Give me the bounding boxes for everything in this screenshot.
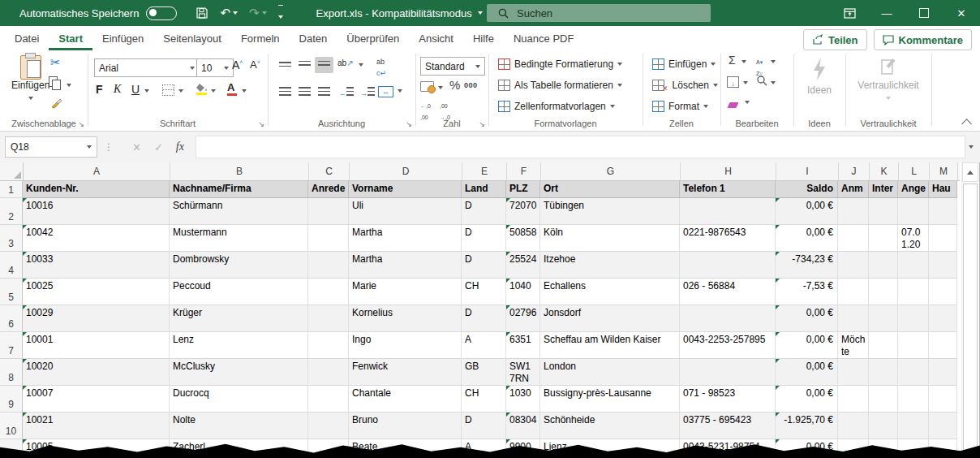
cell-A4[interactable]: 10033 — [23, 252, 170, 279]
cell-F5[interactable]: 1040 — [506, 279, 540, 305]
cell-I7[interactable]: 0,00 € — [776, 332, 838, 359]
scrollbar-thumb[interactable] — [963, 184, 978, 452]
shrink-font-button[interactable]: A˅ — [250, 58, 260, 71]
cell-D1[interactable]: Vorname — [349, 181, 462, 198]
chevron-down-icon[interactable] — [743, 81, 748, 84]
cell-E3[interactable]: D — [462, 225, 506, 252]
cell-B7[interactable]: Lenz — [170, 332, 308, 359]
cell-D4[interactable]: Martha — [349, 252, 462, 279]
cell-D7[interactable]: Ingo — [349, 332, 462, 359]
row-header-5[interactable]: 5 — [0, 279, 23, 305]
clear-button[interactable] — [729, 99, 737, 110]
cell-E7[interactable]: A — [462, 332, 506, 359]
conditional-formatting-button[interactable]: Bedingte Formatierung — [495, 54, 625, 74]
row-header-7[interactable]: 7 — [0, 332, 23, 359]
cell-G4[interactable]: Itzehoe — [540, 252, 680, 279]
cell-L8[interactable] — [898, 359, 929, 386]
cell-E6[interactable]: D — [462, 305, 506, 332]
cell-K8[interactable] — [869, 359, 898, 386]
cell-H4[interactable] — [680, 252, 776, 279]
cell-B2[interactable]: Schürmann — [170, 198, 308, 225]
cell-J9[interactable] — [838, 386, 869, 413]
cell-D10[interactable]: Bruno — [349, 413, 462, 439]
cell-M5[interactable] — [929, 279, 957, 305]
cell-C7[interactable] — [308, 332, 349, 359]
cell-E2[interactable]: D — [462, 198, 506, 225]
dialog-launcher-icon[interactable]: ↘ — [78, 120, 84, 128]
cell-F8[interactable]: SW1 7RN — [506, 359, 540, 386]
cell-C1[interactable]: Anrede — [308, 181, 349, 198]
cell-G2[interactable]: Tübingen — [540, 198, 680, 225]
cell-M8[interactable] — [929, 359, 957, 386]
chevron-down-icon[interactable] — [438, 86, 443, 89]
cut-button[interactable]: ✂ — [50, 55, 61, 70]
cell-F9[interactable]: 1030 — [506, 386, 540, 413]
cell-M3[interactable] — [929, 225, 957, 252]
cell-F1[interactable]: PLZ — [506, 181, 540, 198]
close-button[interactable]: ✕ — [943, 0, 980, 26]
cell-G3[interactable]: Köln — [540, 225, 680, 252]
cell-A10[interactable]: 10021 — [23, 413, 170, 439]
chevron-down-icon[interactable] — [741, 60, 746, 63]
number-format-combo[interactable]: Standard — [420, 57, 485, 76]
font-name-combo[interactable]: Arial — [94, 58, 200, 77]
increase-indent-button[interactable]: → — [357, 84, 378, 101]
cell-J2[interactable] — [838, 198, 869, 225]
cell-J6[interactable] — [838, 305, 869, 332]
minimize-button[interactable]: — — [868, 0, 905, 26]
save-button[interactable] — [191, 2, 213, 24]
cell-B9[interactable]: Ducrocq — [170, 386, 308, 413]
maximize-button[interactable] — [905, 0, 943, 26]
cell-J3[interactable] — [838, 225, 869, 252]
chevron-down-icon[interactable] — [242, 89, 247, 93]
autosave-toggle[interactable] — [146, 6, 177, 20]
cell-A3[interactable]: 10042 — [23, 225, 170, 252]
cell-K1[interactable]: Inter — [869, 181, 898, 198]
cell-A6[interactable]: 10029 — [23, 305, 170, 332]
cell-E8[interactable]: GB — [462, 359, 506, 386]
cell-C5[interactable] — [308, 279, 349, 305]
cell-K9[interactable] — [869, 386, 898, 413]
paste-button[interactable]: Einfügen — [11, 55, 49, 102]
cell-G6[interactable]: Jonsdorf — [540, 305, 680, 332]
cell-H7[interactable]: 0043-2253-257895 — [680, 332, 776, 359]
tab-datei[interactable]: Datei — [5, 26, 49, 50]
cell-I9[interactable]: 0,00 € — [776, 386, 838, 413]
cell-A9[interactable]: 10007 — [23, 386, 170, 413]
cell-J1[interactable]: Anm — [838, 181, 869, 198]
merge-center-button[interactable]: ↔ — [378, 86, 393, 97]
chevron-down-icon[interactable] — [144, 89, 149, 93]
cell-D8[interactable]: Fenwick — [349, 359, 462, 386]
fill-color-button[interactable] — [196, 83, 208, 93]
cell-J4[interactable] — [838, 252, 869, 279]
column-header-K[interactable]: K — [870, 162, 899, 180]
cell-G9[interactable]: Bussigny-près-Lausanne — [540, 386, 680, 413]
insert-cells-button[interactable]: Einfügen — [649, 54, 719, 74]
share-button[interactable]: Teilen — [803, 29, 867, 50]
column-header-C[interactable]: C — [309, 162, 350, 180]
column-header-I[interactable]: I — [776, 162, 839, 180]
cell-F10[interactable]: 08304 — [506, 413, 540, 439]
column-header-G[interactable]: G — [541, 162, 681, 180]
cell-K4[interactable] — [869, 252, 898, 279]
cell-K3[interactable] — [869, 225, 898, 252]
cell-M10[interactable] — [929, 413, 957, 439]
enter-icon[interactable]: ✓ — [154, 141, 163, 153]
tab-formeln[interactable]: Formeln — [231, 26, 290, 50]
cell-D9[interactable]: Chantale — [349, 386, 462, 413]
cell-H2[interactable] — [680, 198, 776, 225]
decrease-indent-button[interactable]: ← — [336, 84, 357, 101]
align-left-button[interactable] — [276, 84, 294, 101]
cell-K7[interactable] — [869, 332, 898, 359]
column-header-H[interactable]: H — [681, 162, 776, 180]
comments-button[interactable]: Kommentare — [874, 29, 972, 50]
grow-font-button[interactable]: A˄ — [232, 58, 243, 71]
row-header-8[interactable]: 8 — [0, 359, 23, 386]
orientation-button[interactable]: ab↗ — [337, 58, 354, 67]
row-header-9[interactable]: 9 — [0, 386, 23, 413]
tab-nuance-pdf[interactable]: Nuance PDF — [504, 26, 583, 50]
cell-B8[interactable]: McClusky — [170, 359, 308, 386]
column-header-F[interactable]: F — [507, 162, 541, 180]
cell-styles-button[interactable]: Zellenformatvorlagen — [495, 97, 618, 116]
cell-L4[interactable] — [898, 252, 929, 279]
